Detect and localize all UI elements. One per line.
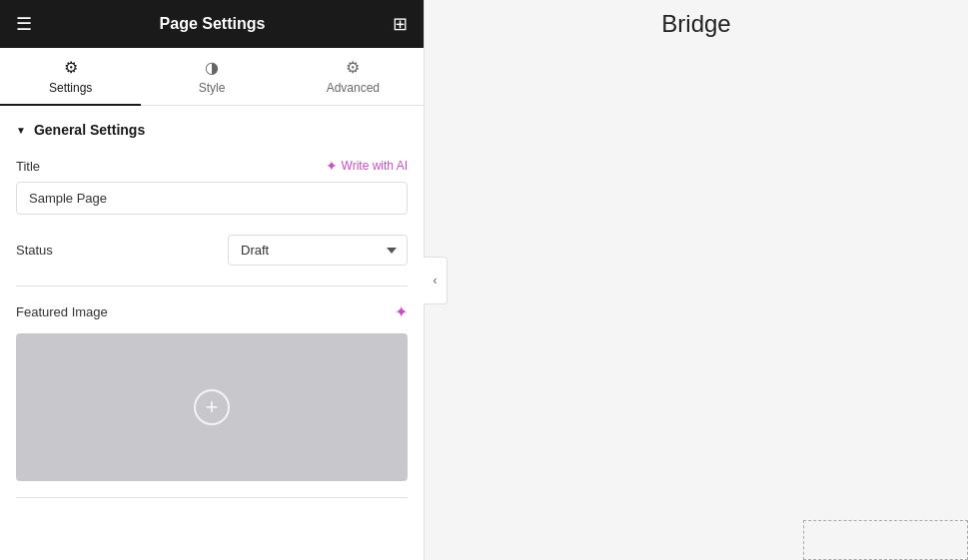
divider	[16, 285, 408, 286]
status-select[interactable]: Draft Published Private	[228, 235, 408, 266]
tabs-row: ⚙ Settings ◑ Style ⚙ Advanced	[0, 48, 424, 106]
featured-image-ai-icon[interactable]: ✦	[395, 302, 408, 321]
settings-tab-label: Settings	[49, 81, 92, 95]
image-upload-area[interactable]: +	[16, 333, 408, 481]
style-tab-label: Style	[199, 81, 226, 95]
panel-header: ☰ Page Settings ⊞	[0, 0, 424, 48]
title-input[interactable]	[16, 182, 408, 215]
bottom-divider	[16, 497, 408, 498]
ai-sparkle-icon: ✦	[326, 158, 338, 174]
ai-button-label: Write with AI	[342, 159, 408, 173]
section-arrow-icon: ▼	[16, 125, 26, 136]
right-panel-header: Bridge	[425, 0, 968, 48]
left-panel: ☰ Page Settings ⊞ ⚙ Settings ◑ Style ⚙ A…	[0, 0, 425, 560]
settings-tab-icon: ⚙	[64, 58, 78, 77]
title-label-row: Title ✦ Write with AI	[16, 158, 408, 174]
panel-title: Page Settings	[160, 15, 266, 33]
advanced-tab-icon: ⚙	[346, 58, 360, 77]
status-field-group: Status Draft Published Private	[16, 235, 408, 266]
right-panel: Bridge ‹	[425, 0, 968, 560]
featured-image-label: Featured Image	[16, 304, 108, 319]
dashed-placeholder-box	[803, 520, 968, 560]
advanced-tab-label: Advanced	[327, 81, 380, 95]
tab-advanced[interactable]: ⚙ Advanced	[283, 48, 424, 105]
style-tab-icon: ◑	[205, 58, 219, 77]
write-with-ai-button[interactable]: ✦ Write with AI	[326, 158, 408, 174]
title-label: Title	[16, 159, 40, 174]
add-image-icon: +	[194, 389, 230, 425]
menu-icon[interactable]: ☰	[16, 13, 32, 35]
tab-settings[interactable]: ⚙ Settings	[0, 48, 141, 105]
section-title: General Settings	[34, 122, 145, 138]
right-panel-title: Bridge	[661, 10, 730, 38]
section-header: ▼ General Settings	[16, 122, 408, 138]
title-field-group: Title ✦ Write with AI	[16, 158, 408, 215]
panel-content: ▼ General Settings Title ✦ Write with AI…	[0, 106, 424, 560]
tab-style[interactable]: ◑ Style	[141, 48, 282, 105]
grid-icon[interactable]: ⊞	[393, 13, 408, 35]
status-label: Status	[16, 243, 53, 258]
canvas-area	[425, 48, 968, 560]
featured-image-row: Featured Image ✦	[16, 302, 408, 321]
